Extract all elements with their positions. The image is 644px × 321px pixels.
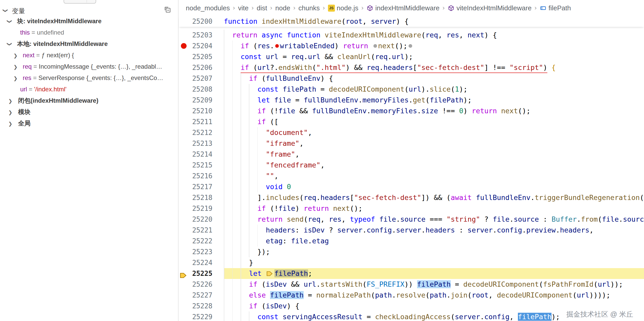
inline-breakpoint-candidate-icon[interactable] — [409, 44, 412, 48]
gutter[interactable]: 25207 — [179, 73, 224, 84]
line-number[interactable]: 25223 — [192, 248, 212, 256]
gutter[interactable]: 25227 — [179, 290, 224, 301]
scope-row[interactable]: ❯本地: viteIndexHtmlMiddleware — [0, 38, 178, 50]
breadcrumb-item-dist[interactable]: dist — [257, 4, 267, 12]
gutter[interactable]: 25200 — [179, 16, 224, 27]
code-text[interactable]: if (isDev && url.startsWith(FS_PREFIX)) … — [224, 279, 644, 290]
line-number[interactable]: 25214 — [192, 150, 212, 158]
collapse-all-icon[interactable] — [164, 6, 171, 13]
line-number[interactable]: 25224 — [192, 259, 212, 267]
code-text[interactable]: }); — [224, 246, 644, 257]
breadcrumb-item-viteIndexHtmlMiddleware[interactable]: viteIndexHtmlMiddleware — [448, 4, 531, 12]
line-number[interactable]: 25203 — [192, 31, 212, 39]
breadcrumb-item-chunks[interactable]: chunks — [298, 4, 320, 12]
scope-row[interactable]: ❯模块 — [0, 106, 178, 118]
breadcrumb-item-node[interactable]: node — [275, 4, 290, 12]
line-number[interactable]: 25226 — [192, 280, 212, 288]
gutter[interactable]: 25223 — [179, 246, 224, 257]
code-text[interactable]: else filePath = normalizePath(path.resol… — [224, 290, 644, 301]
line-number[interactable]: 25227 — [192, 291, 212, 299]
line-number[interactable]: 25211 — [192, 118, 212, 126]
breadcrumb-item-vite[interactable]: vite — [238, 4, 248, 12]
breadcrumb-item-filePath[interactable]: filePath — [540, 4, 571, 12]
line-number[interactable]: 25217 — [192, 183, 212, 191]
inline-breakpoint-icon[interactable] — [275, 44, 279, 48]
code-text[interactable]: } — [224, 257, 644, 268]
line-number[interactable]: 25216 — [192, 172, 212, 180]
line-number[interactable]: 25218 — [192, 194, 212, 202]
chevron-right-icon[interactable]: ❯ — [13, 50, 18, 61]
gutter[interactable]: 25224 — [179, 257, 224, 268]
gutter[interactable]: 25228 — [179, 301, 224, 311]
code-text[interactable]: if ([ — [224, 116, 644, 127]
chevron-right-icon[interactable]: ❯ — [13, 61, 18, 72]
gutter[interactable]: 25209 — [179, 95, 224, 106]
line-number[interactable]: 25205 — [192, 53, 212, 61]
line-number[interactable]: 25222 — [192, 237, 212, 245]
code-text[interactable]: "fencedframe", — [224, 160, 644, 171]
code-text[interactable]: etag: file.etag — [224, 236, 644, 246]
code-text[interactable]: function indexHtmlMiddleware(root, serve… — [224, 16, 644, 27]
line-number[interactable]: 25212 — [192, 129, 212, 137]
gutter[interactable]: 25217 — [179, 181, 224, 192]
code-text[interactable]: if (!file) return next(); — [224, 203, 644, 214]
line-number[interactable]: 25213 — [192, 140, 212, 147]
chevron-right-icon[interactable]: ❯ — [8, 95, 12, 106]
line-number[interactable]: 25220 — [192, 215, 212, 223]
code-text[interactable]: if (res.writableEnded) return next(); — [224, 41, 644, 51]
code-text[interactable]: "frame", — [224, 149, 644, 160]
gutter[interactable]: 25216 — [179, 171, 224, 181]
breadcrumb-item-node-js[interactable]: JSnode.js — [328, 4, 358, 12]
line-number[interactable]: 25204 — [192, 42, 212, 50]
code-text[interactable]: "iframe", — [224, 138, 644, 149]
gutter[interactable]: 25225 — [179, 268, 224, 279]
line-number[interactable]: 25215 — [192, 161, 212, 169]
code-text[interactable]: return send(req, res, typeof file.source… — [224, 214, 644, 225]
line-number[interactable]: 25228 — [192, 302, 212, 310]
chevron-down-icon[interactable]: ❯ — [8, 15, 12, 27]
code-text[interactable]: "document", — [224, 127, 644, 138]
scope-row[interactable]: ❯块: viteIndexHtmlMiddleware — [0, 15, 178, 27]
code-text[interactable]: const url = req.url && cleanUrl(req.url)… — [224, 51, 644, 62]
variables-pane-header[interactable]: ❯ 变量 — [0, 0, 178, 15]
line-number[interactable]: 25207 — [192, 75, 212, 82]
gutter[interactable]: 25212 — [179, 127, 224, 138]
gutter[interactable]: 25211 — [179, 116, 224, 127]
variable-row[interactable]: ❯next = ƒ next(err) { — [0, 50, 178, 61]
line-number[interactable]: 25221 — [192, 226, 212, 234]
line-number[interactable]: 25208 — [192, 85, 212, 93]
line-number[interactable]: 25225 — [192, 270, 212, 277]
breadcrumb-item-node-modules[interactable]: node_modules — [186, 4, 230, 12]
gutter[interactable]: 25206 — [179, 62, 224, 73]
gutter[interactable]: 25220 — [179, 214, 224, 225]
gutter[interactable]: 25214 — [179, 149, 224, 160]
line-number[interactable]: 25229 — [192, 313, 212, 321]
gutter[interactable]: 25215 — [179, 160, 224, 171]
chevron-down-icon[interactable]: ❯ — [4, 8, 8, 13]
line-number[interactable]: 25210 — [192, 107, 212, 115]
gutter[interactable]: 25229 — [179, 311, 224, 321]
gutter[interactable]: 25204 — [179, 41, 224, 51]
breadcrumb-item-indexHtmlMiddleware[interactable]: indexHtmlMiddleware — [366, 4, 440, 12]
code-text[interactable]: ].includes(req.headers["sec-fetch-dest"]… — [224, 192, 644, 203]
code-text[interactable]: if (!file && fullBundleEnv.memoryFiles.s… — [224, 106, 644, 116]
gutter[interactable]: 25203 — [179, 30, 224, 41]
variable-row[interactable]: url = '/index.html' — [0, 84, 178, 95]
sticky-scroll-line[interactable]: 25200function indexHtmlMiddleware(root, … — [179, 16, 644, 27]
gutter[interactable]: 25222 — [179, 236, 224, 246]
chevron-right-icon[interactable]: ❯ — [13, 72, 18, 84]
inline-breakpoint-candidate-icon[interactable] — [373, 44, 377, 48]
code-text[interactable]: const filePath = decodeURIComponent(url)… — [224, 84, 644, 95]
variable-row[interactable]: ❯res = ServerResponse {_events: {…}, _ev… — [0, 72, 178, 84]
gutter[interactable]: 25208 — [179, 84, 224, 95]
code-text[interactable]: let filePath; — [224, 268, 644, 279]
variable-row[interactable]: this = undefined — [0, 27, 178, 38]
code-text[interactable]: "", — [224, 171, 644, 181]
line-number[interactable]: 25206 — [192, 64, 212, 71]
line-number[interactable]: 25209 — [192, 96, 212, 104]
chevron-right-icon[interactable]: ❯ — [8, 106, 12, 118]
scope-row[interactable]: ❯全局 — [0, 118, 178, 129]
breakpoint-dot[interactable] — [181, 43, 187, 49]
code-text[interactable]: void 0 — [224, 181, 644, 192]
code-text[interactable]: headers: isDev ? server.config.server.he… — [224, 225, 644, 236]
